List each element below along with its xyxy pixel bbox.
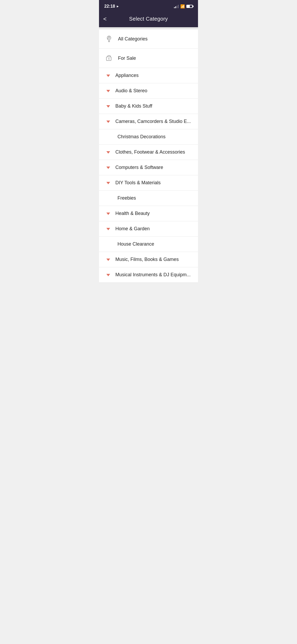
page-header: < Select Category — [99, 12, 198, 27]
subcategory-label: Freebies — [117, 195, 136, 201]
subcategory-item-cameras[interactable]: Cameras, Camcorders & Studio E... — [99, 114, 198, 129]
subcategory-item-musical-instruments[interactable]: Musical Instruments & DJ Equipm... — [99, 267, 198, 283]
chevron-icon — [106, 73, 110, 78]
tag-icon: £ — [104, 53, 114, 63]
subcategory-label: Computers & Software — [115, 165, 163, 170]
status-time: 22:18 ► — [104, 4, 119, 9]
chevron-icon — [106, 119, 110, 124]
subcategory-label: Clothes, Footwear & Accessories — [115, 149, 185, 155]
chevron-icon — [106, 227, 110, 231]
subcategory-label: DIY Tools & Materials — [115, 180, 161, 186]
wifi-icon: 📶 — [180, 4, 185, 8]
for-sale-label: For Sale — [118, 56, 136, 61]
subcategory-label: Christmas Decorations — [117, 134, 166, 140]
svg-text:£: £ — [108, 57, 110, 60]
chevron-icon — [106, 273, 110, 277]
subcategory-label: Music, Films, Books & Games — [115, 257, 179, 262]
status-icons: 📶 — [174, 4, 193, 8]
status-bar: 22:18 ► 📶 — [99, 0, 198, 12]
subcategory-item-clothes[interactable]: Clothes, Footwear & Accessories — [99, 145, 198, 160]
subcategory-label: Baby & Kids Stuff — [115, 103, 152, 109]
subcategory-item-music-films[interactable]: Music, Films, Books & Games — [99, 252, 198, 267]
tree-icon — [104, 34, 114, 44]
separator — [99, 27, 198, 29]
chevron-icon — [106, 211, 110, 216]
subcategory-item-computers[interactable]: Computers & Software — [99, 160, 198, 175]
subcategory-item-home-garden[interactable]: Home & Garden — [99, 221, 198, 237]
subcategory-label: Health & Beauty — [115, 211, 150, 216]
subcategory-item-audio-stereo[interactable]: Audio & Stereo — [99, 83, 198, 99]
signal-bars — [174, 4, 179, 8]
category-list: All Categories £ For Sale Appliances Aud… — [99, 29, 198, 283]
back-button[interactable]: < — [103, 15, 109, 24]
subcategory-item-appliances[interactable]: Appliances — [99, 68, 198, 83]
page-title: Select Category — [104, 16, 193, 22]
subcategory-label: Home & Garden — [115, 226, 150, 232]
subcategory-item-diy[interactable]: DIY Tools & Materials — [99, 175, 198, 191]
subcategory-item-christmas[interactable]: Christmas Decorations — [99, 129, 198, 145]
svg-point-0 — [108, 37, 110, 38]
category-item-all[interactable]: All Categories — [99, 29, 198, 49]
category-item-forsale[interactable]: £ For Sale — [99, 49, 198, 68]
chevron-icon — [106, 181, 110, 185]
subcategory-label: Musical Instruments & DJ Equipm... — [115, 272, 191, 278]
subcategory-label: House Clearance — [117, 241, 154, 247]
subcategory-label: Audio & Stereo — [115, 88, 147, 94]
subcategory-item-house-clearance[interactable]: House Clearance — [99, 237, 198, 252]
subcategory-item-health-beauty[interactable]: Health & Beauty — [99, 206, 198, 221]
subcategories-list: Appliances Audio & Stereo Baby & Kids St… — [99, 68, 198, 283]
all-categories-label: All Categories — [118, 36, 148, 42]
chevron-icon — [106, 165, 110, 170]
subcategory-item-baby-kids[interactable]: Baby & Kids Stuff — [99, 99, 198, 114]
chevron-icon — [106, 89, 110, 93]
location-icon: ► — [116, 4, 119, 8]
time-display: 22:18 — [104, 4, 115, 9]
chevron-icon — [106, 257, 110, 262]
subcategory-label: Cameras, Camcorders & Studio E... — [115, 119, 191, 124]
battery-icon — [186, 5, 193, 8]
subcategory-item-freebies[interactable]: Freebies — [99, 191, 198, 206]
subcategory-label: Appliances — [115, 73, 139, 78]
chevron-icon — [106, 104, 110, 109]
chevron-icon — [106, 150, 110, 155]
